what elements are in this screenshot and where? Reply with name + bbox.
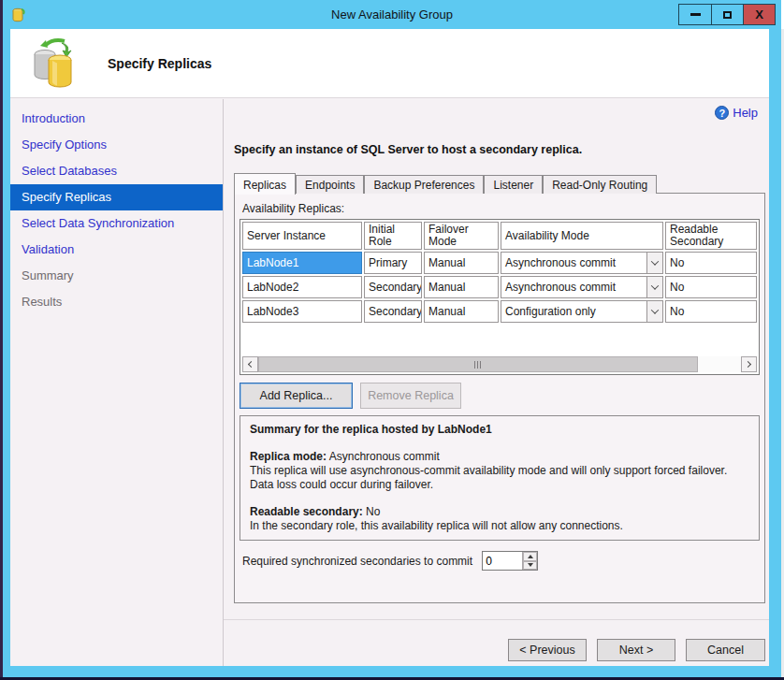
replica-mode-description: This replica will use asynchronous-commi…	[250, 464, 749, 492]
wizard-content: Specify Replicas Introduction Specify Op…	[10, 29, 769, 666]
dropdown-chevron-icon[interactable]	[646, 277, 662, 297]
col-server-instance[interactable]: Server Instance	[242, 222, 362, 250]
scroll-right-icon[interactable]	[741, 356, 757, 372]
page-title: Specify Replicas	[108, 56, 211, 71]
availability-mode-dropdown[interactable]: Asynchronous commit	[501, 277, 662, 297]
wizard-steps-sidebar: Introduction Specify Options Select Data…	[10, 99, 224, 666]
summary-replica-mode: Replica mode: Asynchronous commit This r…	[250, 450, 749, 492]
cell-failover-mode[interactable]: Manual	[424, 276, 499, 298]
cell-readable-secondary[interactable]: No	[665, 252, 757, 274]
scrollbar-track[interactable]	[258, 356, 741, 372]
availability-mode-dropdown[interactable]: Asynchronous commit	[501, 253, 662, 273]
wizard-navigation: < Previous Next > Cancel	[508, 639, 765, 661]
close-icon[interactable]: X	[743, 5, 775, 24]
col-availability-mode[interactable]: Availability Mode	[501, 222, 663, 250]
spin-up-icon[interactable]	[523, 552, 537, 561]
help-icon: ?	[715, 106, 729, 120]
add-replica-button[interactable]: Add Replica...	[240, 383, 353, 409]
help-label: Help	[733, 106, 758, 120]
tab-backup-preferences[interactable]: Backup Preferences	[364, 175, 484, 194]
col-readable-secondary[interactable]: Readable Secondary	[665, 222, 757, 250]
footer-divider	[224, 619, 769, 620]
cell-failover-mode[interactable]: Manual	[424, 252, 499, 274]
remove-replica-button: Remove Replica	[360, 383, 461, 409]
cell-availability-mode: Asynchronous commit	[501, 276, 663, 298]
grid-header-row: Server Instance Initial Role Failover Mo…	[242, 222, 757, 250]
sidebar-item-select-databases[interactable]: Select Databases	[10, 158, 223, 184]
minimize-icon[interactable]	[679, 5, 711, 24]
quorum-spinner	[482, 551, 538, 571]
cell-failover-mode[interactable]: Manual	[424, 300, 499, 323]
tab-strip: Replicas Endpoints Backup Preferences Li…	[234, 173, 657, 194]
availability-replicas-label: Availability Replicas:	[242, 202, 344, 215]
grid-empty-area	[242, 325, 757, 356]
window-title: New Availability Group	[3, 7, 781, 22]
horizontal-scrollbar	[242, 356, 757, 372]
page-header: Specify Replicas	[10, 29, 769, 98]
window-controls: X	[678, 4, 776, 25]
replica-mode-label: Replica mode:	[250, 450, 327, 463]
readable-secondary-value: No	[366, 505, 380, 518]
cell-server-instance[interactable]: LabNode3	[242, 300, 362, 323]
scroll-left-icon[interactable]	[242, 356, 258, 372]
quorum-label: Required synchronized secondaries to com…	[242, 555, 472, 568]
tab-endpoints[interactable]: Endpoints	[296, 175, 364, 194]
tab-listener[interactable]: Listener	[484, 175, 543, 194]
tab-replicas[interactable]: Replicas	[234, 173, 296, 195]
readable-secondary-description: In the secondary role, this availability…	[250, 519, 749, 533]
help-link[interactable]: ? Help	[715, 106, 758, 120]
quorum-input[interactable]	[483, 552, 522, 570]
cell-initial-role[interactable]: Secondary	[364, 276, 422, 298]
replica-mode-value: Asynchronous commit	[329, 450, 440, 463]
next-button[interactable]: Next >	[597, 639, 675, 661]
sidebar-item-specify-replicas[interactable]: Specify Replicas	[10, 184, 223, 210]
scrollbar-thumb[interactable]	[258, 356, 698, 372]
cell-initial-role[interactable]: Primary	[364, 252, 422, 274]
readable-secondary-label: Readable secondary:	[250, 505, 363, 518]
wizard-window: New Availability Group X Specify Replica…	[3, 0, 781, 677]
dropdown-chevron-icon[interactable]	[646, 301, 662, 322]
availability-mode-dropdown[interactable]: Configuration only	[501, 301, 662, 322]
maximize-icon[interactable]	[711, 5, 743, 24]
sidebar-item-select-data-synchronization[interactable]: Select Data Synchronization	[10, 210, 223, 237]
cell-server-instance[interactable]: LabNode1	[242, 252, 362, 274]
table-row: LabNode3 Secondary Manual Configuration …	[242, 300, 757, 323]
replicas-tab-panel: Availability Replicas: Server Instance I…	[234, 193, 765, 603]
cell-initial-role[interactable]: Secondary	[364, 300, 422, 323]
table-row: LabNode2 Secondary Manual Asynchronous c…	[242, 276, 757, 298]
availability-replicas-grid: Server Instance Initial Role Failover Mo…	[240, 219, 760, 375]
sidebar-item-validation[interactable]: Validation	[10, 237, 223, 263]
cell-readable-secondary[interactable]: No	[665, 300, 757, 323]
sidebar-item-specify-options[interactable]: Specify Options	[10, 132, 223, 158]
cell-availability-mode: Configuration only	[501, 300, 663, 323]
summary-heading: Summary for the replica hosted by LabNod…	[250, 423, 749, 437]
cell-server-instance[interactable]: LabNode2	[242, 276, 362, 298]
spin-down-icon[interactable]	[523, 561, 537, 571]
replicas-icon	[31, 37, 78, 90]
sidebar-item-introduction[interactable]: Introduction	[10, 106, 223, 132]
replica-summary-box: Summary for the replica hosted by LabNod…	[240, 415, 760, 541]
table-row: LabNode1 Primary Manual Asynchronous com…	[242, 252, 757, 274]
instruction-text: Specify an instance of SQL Server to hos…	[234, 143, 582, 156]
summary-readable-secondary: Readable secondary: No In the secondary …	[250, 505, 749, 533]
dropdown-chevron-icon[interactable]	[646, 253, 662, 273]
cell-readable-secondary[interactable]: No	[665, 276, 757, 298]
quorum-row: Required synchronized secondaries to com…	[242, 551, 538, 571]
main-panel: ? Help Specify an instance of SQL Server…	[224, 99, 769, 666]
col-failover-mode[interactable]: Failover Mode	[424, 222, 499, 250]
cancel-button[interactable]: Cancel	[686, 639, 765, 661]
col-initial-role[interactable]: Initial Role	[364, 222, 422, 250]
titlebar[interactable]: New Availability Group X	[3, 0, 781, 29]
sidebar-item-results: Results	[10, 289, 223, 315]
sidebar-item-summary: Summary	[10, 263, 223, 289]
previous-button[interactable]: < Previous	[508, 639, 587, 661]
tab-read-only-routing[interactable]: Read-Only Routing	[543, 175, 657, 194]
cell-availability-mode: Asynchronous commit	[501, 252, 663, 274]
